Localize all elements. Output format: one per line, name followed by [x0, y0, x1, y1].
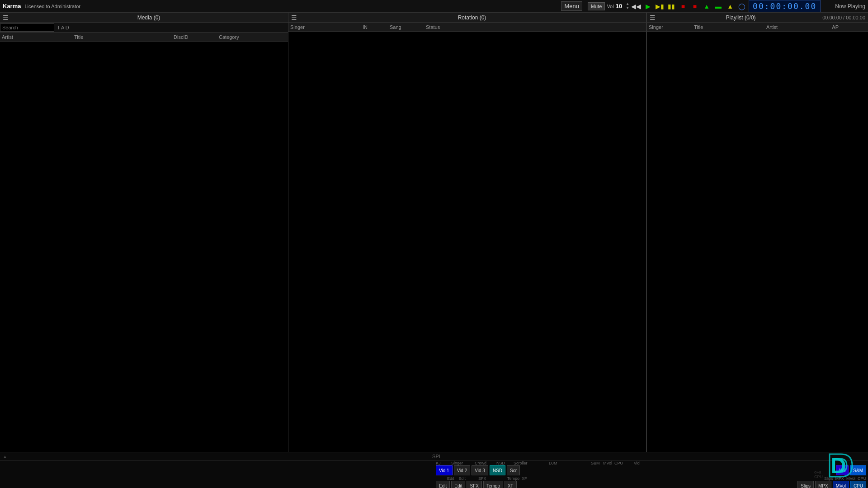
time-display: 00:00:00.00	[749, 0, 821, 12]
search-input[interactable]	[0, 23, 54, 32]
dj-logo: D	[823, 447, 859, 483]
mute-button[interactable]: Mute	[588, 2, 605, 10]
djm-label: DJM	[549, 461, 576, 465]
bottom-left-spacer	[0, 461, 434, 488]
licensed-text: Licensed to Administrator	[24, 4, 80, 9]
rcol-status: Status	[426, 24, 471, 30]
bottom-row-btns1: Vid 1 Vid 2 Vid 3 NSD Scr Vol S&M	[434, 465, 868, 475]
scroller-label: Scroller	[514, 461, 529, 465]
rcol-sang: Sang	[390, 24, 426, 30]
play-pause-button[interactable]: ▶▮	[655, 2, 665, 11]
clock-icon: ◯	[737, 2, 747, 11]
top-bar-left: Karma Licensed to Administrator	[3, 3, 556, 9]
menu-button[interactable]: Menu	[561, 1, 582, 11]
stop-button[interactable]: ■	[678, 2, 688, 11]
eq-icon[interactable]: ▬	[713, 2, 723, 11]
main-area: ☰ Media (0) T A D Artist Title DiscID Ca…	[0, 13, 868, 452]
sfx-button[interactable]: SFX	[467, 481, 481, 488]
pcol-singer: Singer	[649, 24, 694, 30]
rotation-content-area	[288, 32, 646, 452]
media-content-area	[0, 42, 288, 452]
vol-down-icon[interactable]: ▼	[626, 6, 629, 10]
tempo-button[interactable]: Tempo	[483, 481, 503, 488]
spi-label: SPI	[7, 454, 865, 459]
nsd-label: NSD	[496, 461, 512, 465]
bottom-right-controls: KJ Singer Crowd NSD Scroller DJM S&M MVo…	[434, 461, 868, 488]
singer-label: Singer	[451, 461, 473, 465]
rotation-panel: ☰ Rotation (0) Singer IN Sang Status	[288, 13, 646, 452]
pcol-title: Title	[694, 24, 766, 30]
status-left-icon: ▲	[3, 454, 7, 459]
edit-label: Edit Edit	[436, 476, 472, 481]
watermark-line1: oFa	[814, 470, 823, 474]
vol-arrows: ▲ ▼	[626, 2, 629, 10]
sam-label-top: S&M MVol CPU	[578, 461, 623, 465]
playlist-time: 00:00:00 / 00:00:00	[822, 15, 865, 20]
playlist-col-headers: Singer Title Artist AP	[647, 23, 868, 32]
bottom-row-labels1: KJ Singer Crowd NSD Scroller DJM S&M MVo…	[434, 461, 868, 465]
rotation-col-headers: Singer IN Sang Status	[288, 23, 646, 32]
karma-logo: Karma	[3, 3, 21, 9]
transport-controls: Mute Vol 10 ▲ ▼ ◀◀ ▶ ▶▮ ▮▮ ■ ■ ▲ ▬ ▲ ◯ 0…	[588, 0, 821, 12]
media-panel-title: Media (0)	[12, 14, 285, 21]
yellow-icon[interactable]: ▲	[725, 2, 735, 11]
col-category: Category	[219, 34, 273, 40]
rcol-singer: Singer	[290, 24, 363, 30]
dj-logo-svg: D	[825, 450, 857, 481]
edit2-button[interactable]: Edit	[451, 481, 465, 488]
edit1-button[interactable]: Edit	[436, 481, 450, 488]
rotation-menu-icon[interactable]: ☰	[291, 14, 297, 21]
vol-label: Vol	[607, 4, 613, 9]
watermark: oFa CPU	[814, 470, 823, 479]
watermark-line2: CPU	[814, 474, 823, 479]
rotation-panel-title: Rotation (0)	[301, 14, 643, 21]
vid2-button[interactable]: Vid 2	[454, 465, 471, 475]
nsd-button[interactable]: NSD	[490, 465, 505, 475]
media-panel-header: ☰ Media (0)	[0, 13, 288, 23]
vol-value: 10	[616, 3, 622, 9]
svg-text:D: D	[830, 454, 846, 478]
col-discid: DiscID	[174, 34, 219, 40]
search-flags: T A D	[57, 25, 69, 30]
bottom-bar: ▲ SPI KJ Singer Crowd NSD Scroller DJM S…	[0, 452, 868, 488]
col-artist: Artist	[2, 34, 74, 40]
playlist-header: ☰ Playlist (0/0) 00:00:00 / 00:00:00	[647, 13, 868, 23]
rcol-in: IN	[363, 24, 390, 30]
now-playing-label: Now Playing	[835, 3, 865, 9]
bottom-row-labels2: Edit Edit SFX Tempo XF Slips MPX MVol CP…	[434, 476, 868, 481]
slips-button[interactable]: Slips	[797, 481, 814, 488]
vid3-button[interactable]: Vid 3	[472, 465, 488, 475]
play-button[interactable]: ▶	[643, 2, 653, 11]
crowd-label: Crowd	[475, 461, 495, 465]
kj-label: KJ	[436, 461, 449, 465]
media-col-headers: Artist Title DiscID Category	[0, 33, 288, 42]
tempo-label: Tempo XF	[507, 476, 543, 481]
green-up-icon[interactable]: ▲	[702, 2, 712, 11]
bottom-row-btns2: Edit Edit SFX Tempo XF Slips MPX MVol CP…	[434, 481, 868, 488]
vid1-button[interactable]: Vid 1	[436, 465, 453, 475]
vid-label-top: Vid	[634, 461, 661, 465]
playlist-content-area	[647, 32, 868, 452]
rec-button[interactable]: ■	[690, 2, 700, 11]
media-menu-icon[interactable]: ☰	[3, 14, 9, 21]
rotation-panel-header: ☰ Rotation (0)	[288, 13, 646, 23]
playlist-menu-icon[interactable]: ☰	[650, 14, 656, 21]
pcol-artist: Artist	[766, 24, 821, 30]
status-row: ▲ SPI	[0, 452, 868, 461]
xf-button[interactable]: XF	[505, 481, 517, 488]
search-bar: T A D	[0, 23, 288, 33]
pcol-ap: AP	[821, 24, 839, 30]
sfx-label: SFX	[478, 476, 505, 481]
top-bar: Karma Licensed to Administrator Menu Mut…	[0, 0, 868, 13]
vol-up-icon[interactable]: ▲	[626, 2, 629, 6]
col-title: Title	[74, 34, 174, 40]
playlist-panel: ☰ Playlist (0/0) 00:00:00 / 00:00:00 Sin…	[646, 13, 868, 452]
pause-button[interactable]: ▮▮	[666, 2, 676, 11]
media-panel: ☰ Media (0) T A D Artist Title DiscID Ca…	[0, 13, 288, 452]
prev-button[interactable]: ◀◀	[631, 2, 641, 11]
bottom-controls: KJ Singer Crowd NSD Scroller DJM S&M MVo…	[0, 461, 868, 488]
scr-button[interactable]: Scr	[507, 465, 520, 475]
playlist-title: Playlist (0/0)	[659, 14, 822, 21]
